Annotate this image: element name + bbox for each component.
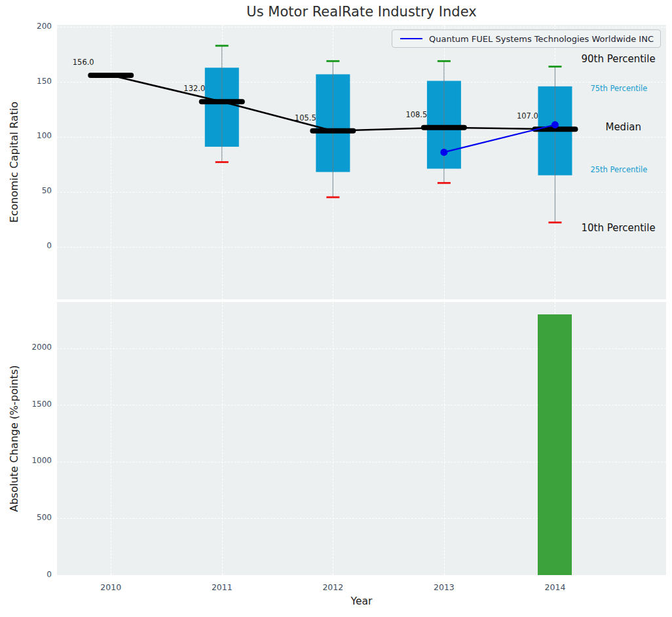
chart-title: Us Motor RealRate Industry Index (57, 4, 666, 20)
median-value-label-2011: 132.0 (179, 84, 210, 93)
gridline-v-bottom-2011 (222, 302, 223, 575)
legend-line-sample (400, 38, 422, 39)
gridline-h-bottom-1500 (57, 405, 666, 405)
ytick-top-100: 100 (0, 131, 52, 140)
economic-capital-ratio-plot: Quantum FUEL Systems Technologies Worldw… (57, 25, 666, 299)
boxplot-svg-layer (57, 25, 666, 299)
annotation-p75: 75th Percentile (590, 84, 647, 94)
xtick-2013: 2013 (424, 582, 464, 592)
xlabel-year: Year (57, 595, 666, 607)
ytick-top-200: 200 (0, 22, 52, 31)
absolute-change-plot (57, 302, 666, 575)
ytick-bottom-500: 500 (0, 513, 52, 522)
xtick-2010: 2010 (91, 582, 130, 592)
change-bar-2014 (538, 314, 572, 575)
ytick-top-150: 150 (0, 77, 52, 86)
xtick-2012: 2012 (313, 582, 352, 592)
xtick-2011: 2011 (202, 582, 242, 592)
annotation-p90: 90th Percentile (581, 53, 655, 65)
xtick-2014: 2014 (535, 582, 574, 592)
ytick-bottom-1000: 1000 (0, 456, 52, 465)
median-value-label-2012: 105.5 (289, 113, 321, 122)
gridline-h-bottom-1000 (57, 462, 666, 462)
annotation-p10: 10th Percentile (581, 222, 655, 234)
figure: Us Motor RealRate Industry Index Economi… (0, 0, 672, 617)
median-value-label-2013: 108.5 (401, 110, 432, 119)
ytick-top-50: 50 (0, 186, 52, 195)
gridline-v-bottom-2013 (444, 302, 445, 575)
gridline-h-bottom-500 (57, 518, 666, 519)
gridline-h-bottom-2000 (57, 348, 666, 349)
median-value-label-2014: 107.0 (512, 111, 543, 121)
annotation-median: Median (605, 121, 641, 134)
gridline-v-bottom-2010 (111, 302, 111, 575)
ytick-top-0: 0 (0, 241, 52, 250)
ylabel-economic-capital-ratio: Economic Capital Ratio (8, 25, 21, 299)
ytick-bottom-0: 0 (0, 570, 52, 579)
gridline-v-bottom-2012 (333, 302, 333, 575)
median-value-label-2010: 156.0 (67, 58, 99, 67)
ytick-bottom-1500: 1500 (0, 400, 52, 409)
ytick-bottom-2000: 2000 (0, 343, 52, 352)
legend: Quantum FUEL Systems Technologies Worldw… (392, 29, 661, 48)
annotation-p25: 25th Percentile (590, 165, 647, 175)
company-marker-2014 (551, 121, 559, 128)
company-marker-2013 (440, 149, 447, 156)
legend-label: Quantum FUEL Systems Technologies Worldw… (429, 34, 654, 44)
